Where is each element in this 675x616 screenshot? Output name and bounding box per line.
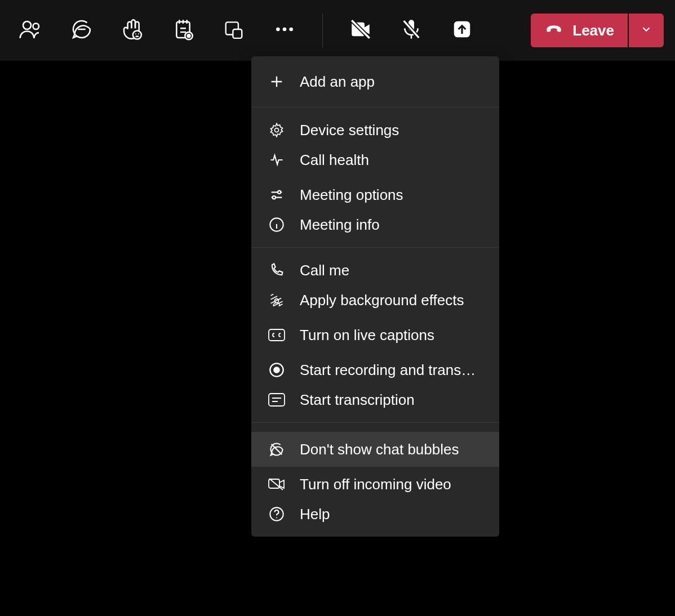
activity-icon bbox=[268, 151, 285, 168]
menu-label: Call health bbox=[300, 151, 482, 169]
more-icon bbox=[273, 18, 296, 43]
camera-button[interactable] bbox=[335, 5, 386, 56]
svg-point-4 bbox=[138, 33, 139, 34]
svg-point-2 bbox=[133, 31, 141, 39]
menu-item-call-health[interactable]: Call health bbox=[251, 142, 499, 177]
help-icon bbox=[268, 506, 285, 523]
menu-item-meeting-options[interactable]: Meeting options bbox=[251, 177, 499, 212]
notes-button[interactable] bbox=[158, 5, 208, 56]
svg-rect-9 bbox=[233, 29, 242, 38]
svg-point-10 bbox=[276, 28, 280, 32]
svg-point-20 bbox=[278, 191, 281, 194]
notes-icon bbox=[172, 18, 194, 43]
chat-off-icon bbox=[268, 441, 285, 458]
cc-icon bbox=[268, 327, 285, 343]
svg-point-0 bbox=[23, 21, 31, 29]
more-actions-button[interactable] bbox=[259, 5, 310, 56]
gear-icon bbox=[268, 122, 285, 139]
rooms-button[interactable] bbox=[208, 5, 259, 56]
svg-point-1 bbox=[33, 24, 39, 30]
rooms-icon bbox=[223, 19, 245, 42]
svg-point-12 bbox=[289, 28, 293, 32]
chat-icon bbox=[70, 18, 93, 43]
menu-label: Don't show chat bubbles bbox=[300, 441, 482, 458]
participants-button[interactable] bbox=[6, 5, 56, 56]
svg-point-26 bbox=[273, 367, 280, 373]
share-button[interactable] bbox=[437, 5, 487, 56]
leave-button[interactable]: Leave bbox=[531, 14, 628, 47]
menu-label: Start transcription bbox=[300, 391, 482, 409]
svg-rect-27 bbox=[269, 394, 285, 406]
info-icon bbox=[268, 216, 285, 233]
video-off-icon bbox=[268, 476, 285, 493]
menu-label: Meeting info bbox=[300, 216, 482, 234]
leave-dropdown-button[interactable] bbox=[629, 14, 664, 47]
menu-item-chat-bubbles[interactable]: Don't show chat bubbles bbox=[251, 432, 499, 467]
svg-point-21 bbox=[273, 196, 276, 199]
menu-label: Start recording and transc… bbox=[300, 361, 482, 379]
menu-item-incoming-video[interactable]: Turn off incoming video bbox=[251, 467, 499, 502]
toolbar-separator bbox=[322, 14, 323, 47]
record-icon bbox=[268, 361, 285, 378]
chat-button[interactable] bbox=[56, 5, 107, 56]
chevron-down-icon bbox=[640, 23, 652, 38]
leave-button-group: Leave bbox=[531, 14, 664, 47]
raise-hand-icon bbox=[121, 18, 144, 43]
svg-point-19 bbox=[275, 128, 279, 132]
transcription-icon bbox=[268, 391, 285, 408]
camera-off-icon bbox=[349, 17, 372, 43]
menu-item-live-captions[interactable]: Turn on live captions bbox=[251, 318, 499, 352]
leave-label: Leave bbox=[572, 22, 614, 39]
people-icon bbox=[19, 17, 43, 43]
background-icon bbox=[268, 292, 285, 309]
menu-label: Add an app bbox=[300, 73, 482, 91]
plus-icon bbox=[268, 73, 285, 90]
menu-label: Turn on live captions bbox=[300, 327, 482, 344]
reactions-button[interactable] bbox=[107, 5, 158, 56]
menu-item-device-settings[interactable]: Device settings bbox=[251, 108, 499, 142]
menu-item-background-effects[interactable]: Apply background effects bbox=[251, 283, 499, 318]
hangup-icon bbox=[544, 19, 563, 42]
share-icon bbox=[451, 19, 473, 42]
more-actions-menu: Add an app Device settings Call health M… bbox=[251, 56, 499, 537]
menu-item-add-app[interactable]: Add an app bbox=[251, 56, 499, 107]
svg-rect-24 bbox=[269, 329, 285, 341]
svg-point-32 bbox=[276, 517, 277, 518]
svg-point-3 bbox=[135, 33, 136, 34]
menu-label: Help bbox=[300, 506, 482, 523]
svg-rect-29 bbox=[269, 479, 279, 488]
svg-point-11 bbox=[283, 28, 287, 32]
menu-item-meeting-info[interactable]: Meeting info bbox=[251, 212, 499, 247]
mic-button[interactable] bbox=[386, 5, 437, 56]
menu-item-help[interactable]: Help bbox=[251, 502, 499, 537]
menu-label: Meeting options bbox=[300, 186, 482, 204]
sliders-icon bbox=[268, 186, 285, 203]
phone-icon bbox=[268, 262, 285, 279]
menu-label: Turn off incoming video bbox=[300, 476, 482, 493]
menu-item-call-me[interactable]: Call me bbox=[251, 248, 499, 283]
menu-label: Apply background effects bbox=[300, 292, 482, 309]
menu-item-start-recording[interactable]: Start recording and transc… bbox=[251, 352, 499, 387]
meeting-toolbar: Leave bbox=[0, 0, 675, 61]
mic-off-icon bbox=[400, 18, 423, 43]
menu-label: Device settings bbox=[300, 122, 482, 139]
menu-label: Call me bbox=[300, 262, 482, 279]
toolbar-left-group bbox=[6, 5, 487, 56]
menu-item-start-transcription[interactable]: Start transcription bbox=[251, 387, 499, 422]
svg-point-7 bbox=[186, 34, 190, 38]
